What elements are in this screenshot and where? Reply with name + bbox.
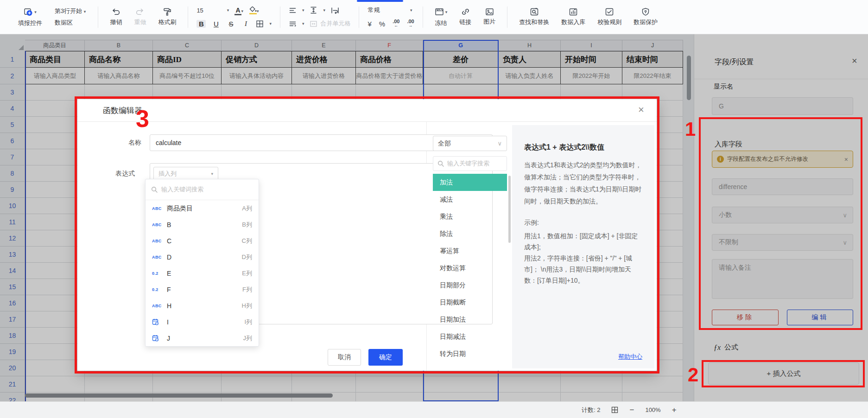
app-window: ▾ 填报控件 第3行开始 ▾ 数据区 撤销 重做 格式刷 15▾ A▾ ▾ (0, 0, 868, 418)
column-option[interactable]: II列 (146, 314, 259, 330)
annotation-number-3: 3 (136, 107, 149, 131)
divider (98, 6, 98, 28)
font-color-button[interactable]: A▾ (234, 6, 243, 14)
category-item[interactable]: 日期加法 (433, 311, 507, 328)
validation-rules-button[interactable]: 校验规则 (591, 0, 627, 34)
undo-button[interactable]: 撤销 (104, 0, 128, 34)
merge-cells-button[interactable]: 合并单元格 (310, 19, 350, 29)
underline-button[interactable]: U (211, 20, 221, 28)
region-start-row[interactable]: 第3行开始 ▾ (55, 7, 86, 15)
data-store-button[interactable]: 数据入库 (555, 0, 591, 34)
currency-button[interactable]: ¥ (367, 20, 371, 28)
cancel-button[interactable]: 取消 (328, 349, 361, 366)
fill-color-button[interactable]: ▾ (249, 6, 259, 14)
column-option[interactable]: 0.2FF列 (146, 281, 259, 298)
column-option[interactable]: ABC商品类目A列 (146, 200, 259, 216)
chevron-down-icon: ▾ (227, 8, 229, 13)
image-button[interactable]: 图片 (477, 0, 501, 34)
function-search-box[interactable]: 输入关键字搜索 (433, 156, 507, 171)
zoom-level[interactable]: 100% (645, 406, 660, 413)
number-format-select[interactable]: 常规▾ (367, 6, 412, 14)
name-label: 名称 (104, 139, 141, 147)
percent-button[interactable]: % (379, 20, 385, 28)
function-description-panel: 表达式1 + 表达式2\\数值 当表达式1和表达式2的类型均为数值时，做算术加法… (512, 125, 654, 368)
text-type-icon: ABC (152, 222, 167, 227)
divider (507, 6, 507, 28)
freeze-button[interactable]: ▾ 冻结 (429, 0, 454, 34)
redo-button[interactable]: 重做 (128, 0, 152, 34)
text-type-icon: ABC (152, 206, 167, 211)
chevron-down-icon: ▾ (84, 9, 86, 14)
fill-widget-button[interactable]: ▾ 填报控件 (12, 0, 48, 34)
example-1: 用法1，数值相加：[固定成本] + [非固定成本]; (524, 230, 642, 253)
validation-rules-icon (605, 7, 614, 16)
category-list-scrollbar[interactable] (508, 176, 511, 243)
merge-cells-icon (310, 20, 317, 27)
undo-icon (111, 8, 120, 16)
example-2: 用法2，字符串连接：[省份] + "/" + [城市]； \n用法3，日期\\日… (524, 253, 642, 286)
category-item[interactable]: 乘法 (433, 208, 507, 225)
vertical-align-button[interactable] (310, 6, 317, 14)
close-icon[interactable]: × (638, 104, 644, 116)
increase-decimal-button[interactable]: .00→ (407, 19, 414, 28)
chevron-down-icon: ▾ (445, 10, 448, 14)
column-option[interactable]: ABCCC列 (146, 233, 259, 249)
category-item[interactable]: 除法 (433, 225, 507, 242)
column-option[interactable]: ABCHH列 (146, 298, 259, 314)
text-type-icon: ABC (152, 239, 167, 243)
category-item-selected[interactable]: 加法 (433, 174, 507, 191)
font-size-select[interactable]: 15▾ (196, 7, 229, 14)
number-type-icon: 0.2 (152, 287, 167, 292)
link-button[interactable]: 链接 (453, 0, 477, 34)
text-wrap-button[interactable] (331, 7, 339, 14)
column-option[interactable]: ABCBB列 (146, 216, 259, 233)
zoom-in-button[interactable]: + (672, 405, 677, 415)
category-item[interactable]: 日期部分 (433, 277, 507, 294)
category-item[interactable]: 幂运算 (433, 242, 507, 260)
chevron-down-icon: ▾ (241, 9, 244, 13)
data-protect-button[interactable]: 数据保护 (627, 0, 664, 34)
horizontal-align-button[interactable] (289, 7, 297, 14)
column-search-placeholder: 输入关键词搜索 (161, 185, 203, 194)
chevron-down-icon: ▾ (34, 10, 37, 14)
image-icon (485, 8, 494, 16)
align-group: ▾ ▾ ▾ 合并单元格 (286, 0, 354, 34)
decrease-decimal-button[interactable]: .00← (393, 19, 399, 28)
annotation-number-2: 2 (688, 365, 698, 385)
text-type-icon: ABC (152, 255, 167, 260)
data-region-group[interactable]: 第3行开始 ▾ 数据区 (48, 0, 92, 34)
column-option[interactable]: 0.2EE列 (146, 265, 259, 281)
column-option[interactable]: JJ列 (146, 330, 259, 346)
category-item[interactable]: 日期截断 (433, 294, 507, 311)
count-indicator: 计数: 2 (582, 406, 600, 414)
redo-icon (135, 8, 145, 16)
function-search-placeholder: 输入关键字搜索 (447, 159, 489, 168)
category-item[interactable]: 日期减法 (433, 328, 507, 345)
search-icon (437, 160, 444, 167)
confirm-button[interactable]: 确定 (368, 349, 403, 366)
borders-button[interactable] (256, 20, 264, 28)
strikethrough-button[interactable]: S (226, 20, 235, 28)
column-option[interactable]: ABCDD列 (146, 249, 259, 265)
chevron-down-icon: ▾ (211, 171, 213, 176)
grid-view-icon[interactable] (611, 406, 618, 413)
borders-icon (256, 20, 264, 28)
divider (77, 121, 657, 122)
category-item[interactable]: 减法 (433, 191, 507, 208)
zoom-out-button[interactable]: − (629, 405, 634, 415)
font-group: 15▾ A▾ ▾ B U S I ▾ (194, 0, 274, 34)
bold-button[interactable]: B (196, 20, 206, 28)
format-painter-button[interactable]: 格式刷 (152, 0, 182, 34)
category-filter-select[interactable]: 全部 ∨ (433, 136, 507, 151)
category-item[interactable]: 转为日期 (433, 345, 507, 362)
top-accent-bar (357, 0, 403, 2)
find-replace-button[interactable]: 查找和替换 (513, 0, 555, 34)
widget-plus-icon (24, 7, 33, 17)
category-item[interactable]: 对数运算 (433, 260, 507, 277)
italic-button[interactable]: I (241, 20, 250, 28)
function-description: 当表达式1和表达式2的类型均为数值时，做算术加法；当它们的类型为字符串时，做字符… (524, 159, 642, 207)
help-center-link[interactable]: 帮助中心 (618, 353, 642, 361)
column-search-row[interactable]: 输入关键词搜索 (146, 179, 259, 200)
fill-widget-label: 填报控件 (18, 19, 42, 27)
text-direction-button[interactable] (289, 21, 297, 27)
